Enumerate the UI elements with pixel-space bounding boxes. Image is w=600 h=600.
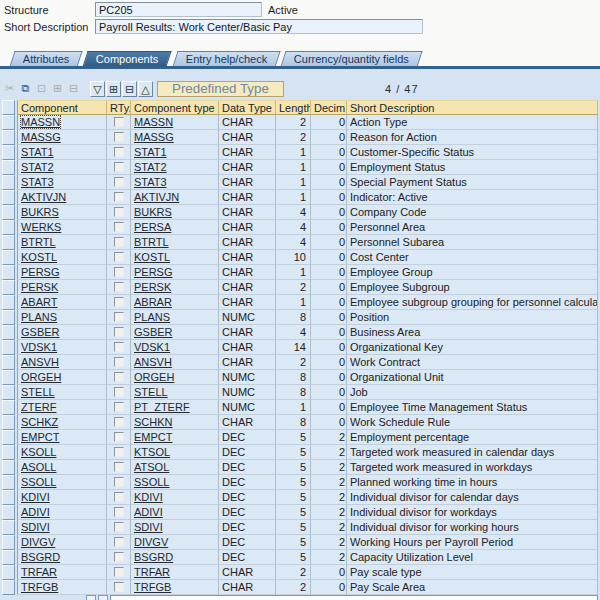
component-cell[interactable]: EMPCT [17, 430, 107, 445]
row-selector-cell[interactable] [2, 385, 15, 400]
component-type-link[interactable]: TRFAR [134, 566, 170, 578]
component-type-link[interactable]: STAT2 [134, 161, 167, 173]
column-header-c5[interactable]: Decim.. [311, 100, 347, 115]
column-header-c3[interactable]: Data Type [219, 100, 276, 115]
component-type-cell[interactable]: SSOLL [131, 475, 219, 490]
rty-checkbox[interactable] [114, 147, 124, 157]
component-type-link[interactable]: DIVGV [134, 536, 168, 548]
row-selector-cell[interactable] [2, 340, 15, 355]
row-selector-cell[interactable] [2, 190, 15, 205]
component-type-cell[interactable]: TRFGB [131, 580, 219, 595]
rty-checkbox[interactable] [114, 162, 124, 172]
component-cell[interactable]: PLANS [17, 310, 107, 325]
component-type-cell[interactable]: MASSN [131, 115, 219, 130]
rty-checkbox[interactable] [114, 477, 124, 487]
component-cell[interactable]: ASOLL [17, 460, 107, 475]
component-link[interactable]: SCHKZ [21, 416, 58, 428]
component-link[interactable]: STAT2 [21, 161, 54, 173]
component-type-link[interactable]: BUKRS [134, 206, 172, 218]
component-type-link[interactable]: ORGEH [134, 371, 174, 383]
component-cell[interactable]: KSOLL [17, 445, 107, 460]
component-link[interactable]: BUKRS [21, 206, 59, 218]
row-selector-cell[interactable] [2, 535, 15, 550]
component-type-link[interactable]: KTSOL [134, 446, 170, 458]
component-type-link[interactable]: PERSK [134, 281, 171, 293]
column-header-c4[interactable]: Length [276, 100, 311, 115]
component-type-cell[interactable]: AKTIVJN [131, 190, 219, 205]
rty-checkbox[interactable] [114, 582, 124, 592]
component-cell[interactable]: ORGEH [17, 370, 107, 385]
structure-input[interactable]: PC205 [95, 2, 262, 17]
component-cell[interactable]: STAT1 [17, 145, 107, 160]
component-type-cell[interactable]: STELL [131, 385, 219, 400]
rty-checkbox[interactable] [114, 447, 124, 457]
column-header-c6[interactable]: Short Description [347, 100, 598, 115]
copy-icon[interactable]: ⧉ [18, 81, 33, 97]
column-lock-box-left[interactable] [86, 595, 96, 600]
component-link[interactable]: SDIVI [21, 521, 50, 533]
component-type-link[interactable]: STELL [134, 386, 168, 398]
rty-checkbox[interactable] [114, 372, 124, 382]
component-type-cell[interactable]: PERSG [131, 265, 219, 280]
component-cell[interactable]: TRFGB [17, 580, 107, 595]
rty-checkbox[interactable] [114, 402, 124, 412]
component-type-cell[interactable]: ADIVI [131, 505, 219, 520]
component-type-link[interactable]: PERSA [134, 221, 171, 233]
component-cell[interactable]: DIVGV [17, 535, 107, 550]
horizontal-scrollbar[interactable] [110, 595, 598, 600]
component-link[interactable]: VDSK1 [21, 341, 57, 353]
row-selector-cell[interactable] [2, 520, 15, 535]
component-link[interactable]: EMPCT [21, 431, 60, 443]
filter-icon[interactable]: ▽ [90, 81, 105, 97]
rty-checkbox[interactable] [114, 117, 124, 127]
component-type-link[interactable]: STAT1 [134, 146, 167, 158]
component-cell[interactable]: BTRTL [17, 235, 107, 250]
row-selector-cell[interactable] [2, 400, 15, 415]
component-type-link[interactable]: SCHKN [134, 416, 173, 428]
row-selector-cell[interactable] [2, 490, 15, 505]
component-type-link[interactable]: VDSK1 [134, 341, 170, 353]
row-selector-cell[interactable] [2, 355, 15, 370]
component-link[interactable]: ADIVI [21, 506, 50, 518]
component-cell[interactable]: STELL [17, 385, 107, 400]
column-header-c1[interactable]: RTy.. [107, 100, 131, 115]
component-link[interactable]: STAT1 [21, 146, 54, 158]
component-link[interactable]: PLANS [21, 311, 57, 323]
component-link[interactable]: WERKS [21, 221, 61, 233]
component-type-link[interactable]: ABRAR [134, 296, 172, 308]
component-cell[interactable]: BSGRD [17, 550, 107, 565]
component-type-cell[interactable]: BSGRD [131, 550, 219, 565]
row-selector-cell[interactable] [2, 145, 15, 160]
rty-checkbox[interactable] [114, 522, 124, 532]
component-link[interactable]: ZTERF [21, 401, 56, 413]
component-type-cell[interactable]: EMPCT [131, 430, 219, 445]
component-type-cell[interactable]: PT_ZTERF [131, 400, 219, 415]
component-type-cell[interactable]: SDIVI [131, 520, 219, 535]
component-type-cell[interactable]: KDIVI [131, 490, 219, 505]
component-link[interactable]: ANSVH [21, 356, 59, 368]
rty-checkbox[interactable] [114, 207, 124, 217]
component-link[interactable]: PERSG [21, 266, 60, 278]
component-type-cell[interactable]: ABRAR [131, 295, 219, 310]
component-link[interactable]: ORGEH [21, 371, 61, 383]
component-type-link[interactable]: PERSG [134, 266, 173, 278]
insert-line-icon[interactable]: ⊞ [106, 81, 121, 97]
component-link[interactable]: ASOLL [21, 461, 56, 473]
component-link[interactable]: STELL [21, 386, 55, 398]
component-type-link[interactable]: ANSVH [134, 356, 172, 368]
row-selector-cell[interactable] [2, 445, 15, 460]
component-cell[interactable]: TRFAR [17, 565, 107, 580]
component-cell[interactable]: PERSK [17, 280, 107, 295]
component-link[interactable]: BTRTL [21, 236, 56, 248]
component-type-link[interactable]: ADIVI [134, 506, 163, 518]
component-type-link[interactable]: SDIVI [134, 521, 163, 533]
header-selector-cell[interactable] [2, 100, 15, 115]
component-type-cell[interactable]: STAT1 [131, 145, 219, 160]
rty-checkbox[interactable] [114, 177, 124, 187]
component-type-link[interactable]: PLANS [134, 311, 170, 323]
component-cell[interactable]: ADIVI [17, 505, 107, 520]
column-lock-box-right[interactable] [98, 595, 108, 600]
component-type-link[interactable]: EMPCT [134, 431, 173, 443]
component-type-link[interactable]: MASSN [134, 116, 173, 128]
rty-checkbox[interactable] [114, 312, 124, 322]
